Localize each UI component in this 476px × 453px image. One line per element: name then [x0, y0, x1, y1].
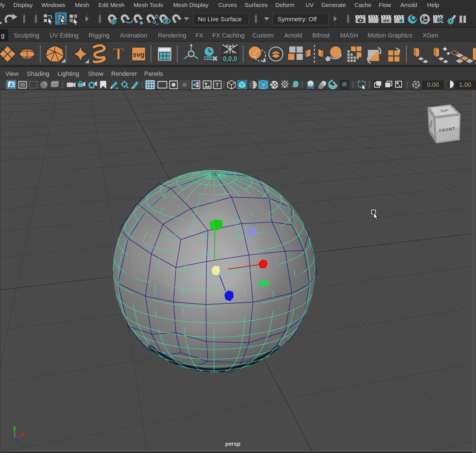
- svg-text:svg: svg: [133, 51, 144, 58]
- svg-text:0,0,0: 0,0,0: [223, 55, 237, 62]
- svg-text:T: T: [215, 82, 219, 88]
- svg-text:z: z: [16, 437, 18, 443]
- svg-text:1.00: 1.00: [459, 81, 471, 88]
- svg-text:0.00: 0.00: [427, 81, 439, 88]
- svg-text:A: A: [10, 83, 13, 87]
- svg-text:y: y: [13, 424, 16, 431]
- svg-text:T: T: [113, 44, 124, 63]
- svg-text:IPR: IPR: [383, 19, 389, 23]
- svg-text:x: x: [22, 430, 25, 436]
- svg-text:persp: persp: [225, 441, 240, 447]
